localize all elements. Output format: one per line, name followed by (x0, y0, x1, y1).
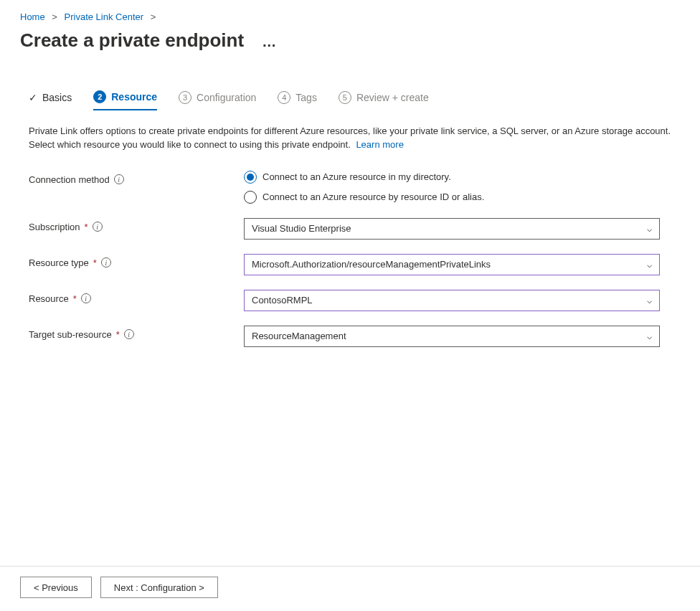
info-icon[interactable]: i (124, 329, 134, 339)
tab-review-label: Review + create (356, 92, 429, 103)
chevron-down-icon: ⌵ (647, 331, 652, 341)
step-number-icon: 5 (339, 91, 351, 104)
tab-tags-label: Tags (295, 92, 317, 103)
tab-basics-label: Basics (42, 92, 72, 103)
info-icon[interactable]: i (101, 257, 111, 267)
resource-type-select[interactable]: Microsoft.Authorization/resourceManageme… (244, 254, 660, 275)
info-icon[interactable]: i (93, 222, 103, 232)
row-connection-method: Connection method i Connect to an Azure … (29, 171, 671, 204)
previous-button[interactable]: < Previous (20, 577, 92, 598)
target-sub-resource-value: ResourceManagement (252, 331, 346, 341)
step-number-icon: 4 (278, 91, 290, 104)
tab-description: Private Link offers options to create pr… (0, 110, 700, 166)
info-icon[interactable]: i (114, 174, 124, 184)
step-number-icon: 2 (93, 90, 106, 103)
required-indicator: * (85, 222, 88, 232)
chevron-down-icon: ⌵ (647, 260, 652, 270)
label-target-sub-resource: Target sub-resource * i (29, 326, 244, 340)
learn-more-link[interactable]: Learn more (356, 139, 403, 150)
row-resource: Resource * i ContosoRMPL ⌵ (29, 290, 671, 311)
required-indicator: * (73, 293, 77, 304)
subscription-value: Visual Studio Enterprise (252, 223, 351, 234)
breadcrumb: Home > Private Link Center > (0, 0, 700, 29)
row-resource-type: Resource type * i Microsoft.Authorizatio… (29, 254, 671, 275)
resource-value: ContosoRMPL (252, 295, 313, 306)
radio-connect-resource-id-label: Connect to an Azure resource by resource… (262, 191, 484, 202)
form-area: Connection method i Connect to an Azure … (0, 166, 700, 347)
subscription-select[interactable]: Visual Studio Enterprise ⌵ (244, 218, 660, 240)
tab-basics[interactable]: ✓ Basics (29, 92, 72, 109)
row-target-sub-resource: Target sub-resource * i ResourceManageme… (29, 326, 671, 347)
required-indicator: * (116, 329, 120, 340)
breadcrumb-private-link-center[interactable]: Private Link Center (65, 11, 144, 22)
tab-tags[interactable]: 4 Tags (278, 91, 317, 110)
label-resource: Resource * i (29, 290, 244, 304)
tab-configuration[interactable]: 3 Configuration (179, 91, 256, 110)
breadcrumb-home[interactable]: Home (20, 11, 45, 22)
target-sub-resource-select[interactable]: ResourceManagement ⌵ (244, 326, 660, 347)
info-icon[interactable]: i (81, 293, 91, 303)
page-title: Create a private endpoint … (0, 29, 700, 52)
more-actions-icon[interactable]: … (262, 34, 277, 50)
required-indicator: * (93, 257, 97, 268)
label-resource-type: Resource type * i (29, 254, 244, 268)
tab-resource-label: Resource (111, 91, 157, 103)
resource-select[interactable]: ContosoRMPL ⌵ (244, 290, 660, 311)
next-button[interactable]: Next : Configuration > (100, 577, 218, 598)
wizard-footer: < Previous Next : Configuration > (0, 566, 700, 611)
chevron-down-icon: ⌵ (647, 295, 652, 306)
row-subscription: Subscription * i Visual Studio Enterpris… (29, 218, 671, 240)
tab-configuration-label: Configuration (197, 92, 256, 103)
radio-connect-directory-label: Connect to an Azure resource in my direc… (262, 171, 451, 182)
wizard-tabs: ✓ Basics 2 Resource 3 Configuration 4 Ta… (0, 52, 700, 110)
tab-review-create[interactable]: 5 Review + create (339, 91, 429, 110)
label-subscription: Subscription * i (29, 218, 244, 232)
radio-unselected-icon (244, 191, 257, 204)
label-connection-method: Connection method i (29, 171, 244, 185)
radio-connect-directory[interactable]: Connect to an Azure resource in my direc… (244, 171, 660, 184)
checkmark-icon: ✓ (29, 92, 37, 103)
chevron-down-icon: ⌵ (647, 224, 652, 234)
step-number-icon: 3 (179, 91, 191, 104)
radio-connect-resource-id[interactable]: Connect to an Azure resource by resource… (244, 191, 660, 204)
resource-type-value: Microsoft.Authorization/resourceManageme… (252, 259, 491, 270)
breadcrumb-sep-icon: > (151, 11, 156, 22)
breadcrumb-sep-icon: > (52, 11, 57, 22)
connection-method-radio-group: Connect to an Azure resource in my direc… (244, 171, 660, 204)
tab-resource[interactable]: 2 Resource (93, 90, 157, 110)
radio-selected-icon (244, 171, 257, 184)
